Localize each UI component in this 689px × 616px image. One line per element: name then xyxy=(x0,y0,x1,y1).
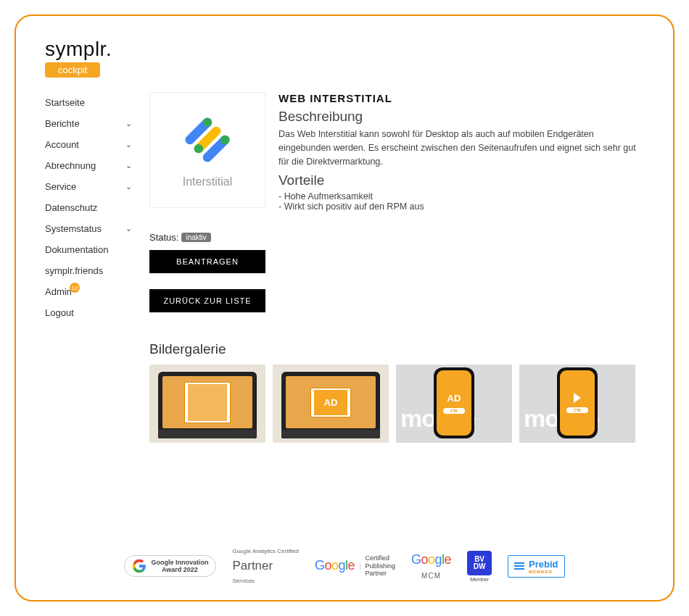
badge-text: Partner xyxy=(365,570,395,578)
google-logo-text: Google xyxy=(315,558,355,573)
description-text: Das Web Interstitial kann sowohl für Des… xyxy=(279,128,644,168)
sidebar-item-startseite[interactable]: Startseite xyxy=(45,92,132,113)
cta-pill: CTA xyxy=(443,408,465,414)
sidebar-item-label: Abrechnung xyxy=(45,160,96,171)
chevron-down-icon: ⌄ xyxy=(125,182,132,191)
badge-google-innovation: Google Innovation Award 2022 xyxy=(124,555,216,577)
sidebar-item-logout[interactable]: Logout xyxy=(45,302,132,323)
sidebar-item-label: Service xyxy=(45,181,76,192)
status-badge: inaktiv xyxy=(181,233,210,242)
gallery-item[interactable]: mobile AD CTA xyxy=(396,365,512,443)
brand: symplr. cockpit xyxy=(45,38,644,78)
badge-text: MCM xyxy=(421,572,441,580)
description-heading: Beschreibung xyxy=(279,109,644,125)
badge-text: Partner xyxy=(232,559,273,573)
sidebar-item-berichte[interactable]: Berichte ⌄ xyxy=(45,113,132,134)
chevron-down-icon: ⌄ xyxy=(125,224,132,233)
gallery-item[interactable]: mobile CTA xyxy=(519,365,635,443)
google-g-icon xyxy=(132,559,147,573)
request-button[interactable]: BEANTRAGEN xyxy=(149,250,265,273)
google-logo-text: Google xyxy=(411,552,451,567)
brand-name: symplr. xyxy=(45,38,644,61)
chevron-down-icon: ⌄ xyxy=(125,140,132,149)
sidebar-item-dokumentation[interactable]: Dokumentation xyxy=(45,239,132,260)
gallery-item[interactable]: AD xyxy=(149,365,265,443)
badge-text: Certified xyxy=(365,554,395,562)
status-label: Status: xyxy=(149,232,178,243)
interstitial-icon xyxy=(179,112,236,168)
sidebar: Startseite Berichte ⌄ Account ⌄ Abrechnu… xyxy=(45,92,132,443)
badge-bvdw: BVDW Member xyxy=(467,551,492,582)
product-tile: Interstitial xyxy=(149,92,265,208)
sidebar-item-label: Berichte xyxy=(45,118,80,129)
gallery: AD AD mobile AD CTA mobile xyxy=(149,365,644,443)
footer-badges: Google Innovation Award 2022 Google Anal… xyxy=(45,548,644,584)
sidebar-item-symplr-friends[interactable]: symplr.friends xyxy=(45,260,132,281)
brand-sub: cockpit xyxy=(45,62,100,78)
back-to-list-button[interactable]: ZURÜCK ZUR LISTE xyxy=(149,289,265,312)
sidebar-item-label: Logout xyxy=(45,307,74,318)
sidebar-item-label: Account xyxy=(45,139,79,150)
badge-prebid: Prebid MEMBER xyxy=(508,555,564,578)
sidebar-item-label: Systemstatus xyxy=(45,223,102,234)
sidebar-item-label: Admin xyxy=(45,286,72,297)
sidebar-item-abrechnung[interactable]: Abrechnung ⌄ xyxy=(45,155,132,176)
badge-text: Publishing xyxy=(365,562,395,570)
benefit-item: - Wirkt sich positiv auf den RPM aus xyxy=(279,201,644,212)
gallery-title: Bildergalerie xyxy=(149,341,644,357)
sidebar-item-label: Datenschutz xyxy=(45,202,97,213)
sidebar-item-label: symplr.friends xyxy=(45,265,103,276)
status-row: Status: inaktiv xyxy=(149,232,644,243)
sidebar-item-service[interactable]: Service ⌄ xyxy=(45,176,132,197)
badge-text: Services xyxy=(232,578,255,584)
prebid-bars-icon xyxy=(514,562,524,570)
benefit-item: - Hohe Aufmerksamkeit xyxy=(279,191,644,201)
benefits-heading: Vorteile xyxy=(279,172,644,188)
main-content: Interstitial WEB INTERSTITIAL Beschreibu… xyxy=(149,92,644,443)
cta-pill: CTA xyxy=(566,407,588,413)
sidebar-item-admin[interactable]: Admin 12 xyxy=(45,281,132,302)
badge-text: Google Analytics Certified xyxy=(232,548,299,554)
ad-label: AD xyxy=(447,393,461,404)
sidebar-item-label: Dokumentation xyxy=(45,244,108,255)
badge-text: Award 2022 xyxy=(151,566,208,573)
chevron-down-icon: ⌄ xyxy=(125,119,132,128)
sidebar-item-label: Startseite xyxy=(45,97,85,108)
bvdw-icon: BVDW xyxy=(467,551,492,575)
gallery-item[interactable]: AD xyxy=(273,365,389,443)
badge-text: Prebid xyxy=(529,559,558,570)
ad-label: AD xyxy=(314,390,348,415)
badge-text: Google Innovation xyxy=(151,559,208,566)
tile-label: Interstitial xyxy=(183,175,232,188)
app-card: symplr. cockpit Startseite Berichte ⌄ Ac… xyxy=(15,14,674,602)
badge-publishing-partner: Google | Certified Publishing Partner xyxy=(315,554,395,578)
badge-analytics-partner: Google Analytics Certified Partner Servi… xyxy=(232,548,299,584)
badge-google-mcm: Google MCM xyxy=(411,552,451,580)
chevron-down-icon: ⌄ xyxy=(125,161,132,170)
sidebar-item-account[interactable]: Account ⌄ xyxy=(45,134,132,155)
badge-text: MEMBER xyxy=(529,570,558,574)
page-title: WEB INTERSTITIAL xyxy=(279,92,644,104)
play-icon xyxy=(574,393,581,403)
notification-badge: 12 xyxy=(70,283,80,293)
sidebar-item-datenschutz[interactable]: Datenschutz xyxy=(45,197,132,218)
badge-text: Member xyxy=(470,577,489,582)
sidebar-item-systemstatus[interactable]: Systemstatus ⌄ xyxy=(45,218,132,239)
